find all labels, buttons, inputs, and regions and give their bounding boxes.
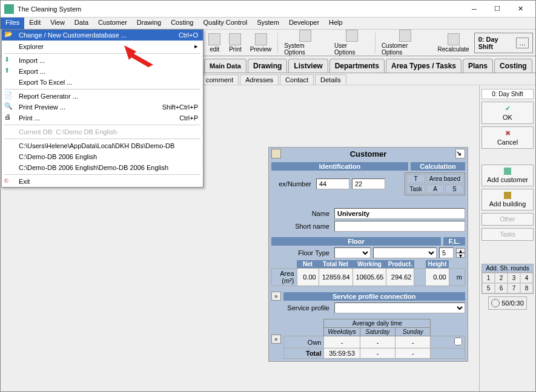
subtab-contact[interactable]: Contact (280, 74, 314, 85)
menubar: Files Edit View Data Customer Drawing Co… (1, 18, 535, 30)
tool-sys-options[interactable]: System Options (280, 28, 329, 57)
tab-listview[interactable]: Listview (288, 59, 328, 73)
menu-recent-1[interactable]: C:\Users\Helene\AppData\Local\DKH DBs\De… (2, 140, 203, 151)
shift-label: 0: Day Shift (478, 36, 514, 50)
annotation-arrow (124, 45, 160, 71)
fl-header: F.L. (443, 237, 465, 246)
index-label: ex/Number (271, 180, 314, 188)
maximize-button[interactable]: ☐ (486, 2, 509, 16)
customer-tool-icon[interactable]: ↘ (455, 149, 465, 158)
file-menu: 📂 Change / New Customerdatabase ...Ctrl+… (1, 29, 203, 188)
right-shift-label[interactable]: 0: Day Shift (481, 89, 534, 99)
floor-type-label: Floor Type (271, 249, 332, 256)
timer[interactable]: 50/0:30 (488, 296, 527, 310)
print2-icon: 🖨 (4, 113, 14, 123)
tab-plans[interactable]: Plans (463, 59, 493, 73)
fl-down[interactable]: ▾ (456, 253, 465, 258)
add-customer-button[interactable]: Add customer (481, 165, 534, 186)
round-4[interactable]: 4 (520, 273, 533, 283)
ok-button[interactable]: ✔ OK (481, 102, 534, 124)
open-icon: 📂 (4, 30, 14, 40)
minimize-button[interactable]: ─ (463, 2, 486, 16)
menu-recent-3[interactable]: C:\Demo-DB 2006 English\Demo-DB 2006 Eng… (2, 162, 203, 173)
svc-expand-button[interactable]: » (271, 292, 281, 301)
shift-selector[interactable]: 0: Day Shift … (474, 33, 533, 53)
tab-costing[interactable]: Costing (494, 59, 532, 73)
round-8[interactable]: 8 (520, 283, 533, 293)
round-5[interactable]: 5 (482, 283, 495, 293)
round-2[interactable]: 2 (495, 273, 508, 283)
tool-recalculate[interactable]: Recalculate (434, 32, 472, 54)
tab-area-types[interactable]: Area Types / Tasks (386, 59, 462, 73)
menu-quality[interactable]: Quality Control (198, 18, 252, 29)
menu-change-db[interactable]: 📂 Change / New Customerdatabase ...Ctrl+… (2, 30, 203, 41)
menu-exit[interactable]: ⎋Exit (2, 176, 203, 187)
own-checkbox[interactable] (454, 338, 462, 345)
index-input-1[interactable] (316, 178, 349, 189)
tool-preview[interactable]: Preview (246, 32, 276, 54)
round-1[interactable]: 1 (482, 273, 495, 283)
subtab-addresses[interactable]: Adresses (240, 74, 279, 85)
tool-print[interactable]: Print (225, 32, 245, 54)
daily-expand-button[interactable]: » (271, 335, 281, 344)
menu-customer[interactable]: Customer (93, 18, 132, 29)
menu-help[interactable]: Help (324, 18, 348, 29)
menu-export[interactable]: ⬆Export ... (2, 66, 203, 77)
shortname-input[interactable] (334, 221, 465, 232)
menu-recent-2[interactable]: C:\Demo-DB 2006 English (2, 151, 203, 162)
shortname-label: Short name (271, 223, 332, 230)
subtab-comment[interactable]: comment (200, 74, 239, 85)
floor-type-select-1[interactable] (334, 247, 371, 258)
area-label: Area (m²) (272, 269, 297, 286)
name-input[interactable] (334, 208, 465, 219)
other-button[interactable]: Other (481, 213, 534, 226)
area-table: NetTotal NetWorkingProduct. Height Area … (271, 260, 465, 286)
total-sun: - (395, 348, 431, 359)
menu-drawing[interactable]: Drawing (132, 18, 166, 29)
svc-select[interactable] (334, 302, 465, 313)
menu-costing[interactable]: Costing (166, 18, 198, 29)
menu-files[interactable]: Files (1, 18, 24, 29)
svg-marker-0 (124, 45, 153, 67)
print-icon (229, 33, 241, 45)
add-building-button[interactable]: Add building (481, 189, 534, 211)
tool-edit[interactable]: edit (205, 32, 224, 54)
menu-developer[interactable]: Developer (284, 18, 324, 29)
tool-user-options[interactable]: User Options (331, 28, 372, 57)
tasks-button[interactable]: Tasks (481, 228, 534, 241)
area-working: 10605.65 (352, 269, 386, 286)
menu-print-preview[interactable]: 🔍Print Preview ...Shift+Ctrl+P (2, 102, 203, 113)
close-button[interactable]: ✕ (509, 2, 532, 16)
preview-icon (255, 33, 267, 45)
round-7[interactable]: 7 (508, 283, 520, 293)
round-6[interactable]: 6 (495, 283, 508, 293)
tab-drawing[interactable]: Drawing (248, 59, 287, 73)
own-weekday: - (324, 336, 360, 348)
own-sat: - (360, 336, 395, 348)
ident-header: Identification (271, 162, 408, 171)
area-net: 0.00 (297, 269, 319, 286)
menu-print[interactable]: 🖨Print ...Ctrl+P (2, 113, 203, 123)
menu-import[interactable]: ⬇Import ... (2, 55, 203, 66)
floor-level-input[interactable] (439, 247, 454, 258)
subtab-details[interactable]: Details (315, 74, 346, 85)
menu-system[interactable]: System (252, 18, 284, 29)
tab-main-data[interactable]: Main Data (204, 59, 246, 73)
menu-report-gen[interactable]: 📄Report Generator ... (2, 91, 203, 102)
customer-panel: Customer ↘ Identification Calculation ex… (268, 147, 468, 362)
round-3[interactable]: 3 (508, 273, 520, 283)
index-input-2[interactable] (352, 178, 385, 189)
cancel-button[interactable]: ✖ Cancel (481, 126, 534, 149)
add-cust-icon (504, 168, 511, 175)
tool-customer-options[interactable]: Customer Options (378, 28, 433, 57)
menu-explorer[interactable]: Explorer▸ (2, 41, 203, 52)
useropt-icon (346, 30, 358, 42)
menu-view[interactable]: View (45, 18, 70, 29)
menu-edit[interactable]: Edit (24, 18, 45, 29)
menu-data[interactable]: Data (70, 18, 93, 29)
menu-export-excel[interactable]: Export To Excel ... (2, 77, 203, 88)
total-sat: - (360, 348, 395, 359)
tab-departments[interactable]: Departments (329, 59, 385, 73)
shift-browse-button[interactable]: … (516, 38, 529, 48)
floor-type-select-2[interactable] (373, 247, 437, 258)
